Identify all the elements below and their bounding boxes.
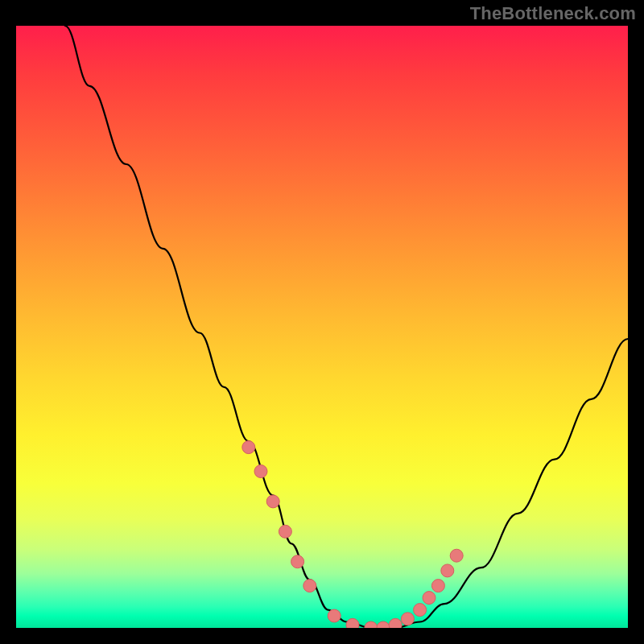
marker-dot bbox=[450, 549, 463, 562]
marker-dot bbox=[414, 604, 427, 617]
marker-dot bbox=[242, 441, 255, 454]
plot-area bbox=[16, 26, 628, 628]
marker-dot bbox=[431, 580, 444, 592]
marker-dot bbox=[377, 621, 390, 628]
marker-dots-group bbox=[242, 441, 463, 628]
marker-dot bbox=[346, 618, 359, 628]
marker-dot bbox=[328, 609, 341, 622]
marker-dot bbox=[291, 555, 304, 568]
marker-dot bbox=[266, 495, 279, 508]
marker-dot bbox=[365, 621, 378, 628]
marker-dot bbox=[389, 618, 402, 628]
curve-layer bbox=[16, 26, 628, 628]
marker-dot bbox=[423, 592, 436, 605]
marker-dot bbox=[279, 525, 291, 538]
watermark-text: TheBottleneck.com bbox=[470, 3, 636, 24]
chart-frame: TheBottleneck.com bbox=[0, 0, 644, 644]
marker-dot bbox=[401, 613, 414, 625]
bottleneck-curve bbox=[65, 26, 628, 628]
marker-dot bbox=[441, 564, 454, 577]
marker-dot bbox=[303, 580, 316, 592]
marker-dot bbox=[254, 465, 267, 478]
